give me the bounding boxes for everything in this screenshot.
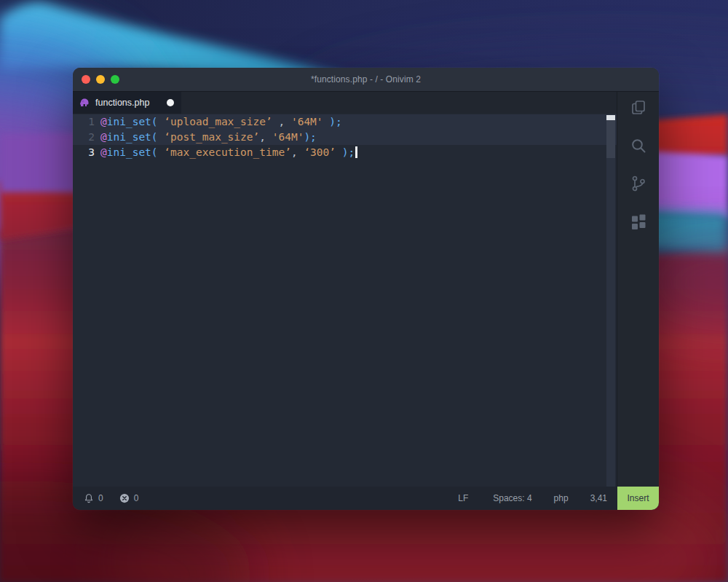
code-token	[323, 116, 330, 127]
code-token: '64M'	[272, 131, 304, 143]
notifications-status[interactable]: 0	[84, 493, 103, 503]
line-number: 2	[73, 130, 100, 145]
code-token: @	[100, 116, 107, 127]
scrollbar-thumb[interactable]	[606, 115, 615, 120]
code-token: ini_set(	[107, 131, 158, 143]
cursor-position-indicator[interactable]: 3,41	[590, 493, 607, 503]
tab-bar: functions.php	[73, 92, 617, 114]
code-token	[336, 146, 342, 158]
code-line[interactable]: 3@ini_set( ‘max_execution_time’, ‘300’ )…	[73, 145, 617, 160]
desktop: *functions.php - / - Onivim 2 functions.…	[0, 0, 728, 582]
php-elephant-icon	[79, 98, 90, 107]
code-token: ini_set(	[107, 146, 158, 158]
code-token	[158, 146, 165, 158]
files-icon	[630, 99, 647, 117]
code-line[interactable]: 1@ini_set( ‘upload_max_size’ , '64M' );	[73, 114, 617, 130]
code-token	[158, 116, 165, 127]
tab-label: functions.php	[95, 98, 149, 108]
minimize-button[interactable]	[96, 75, 105, 84]
code-token: ,	[259, 131, 266, 143]
traffic-lights	[82, 68, 119, 91]
code-token: ‘300’	[304, 146, 336, 158]
activity-item-source-control[interactable]	[630, 175, 647, 192]
activity-item-search[interactable]	[630, 137, 647, 154]
indentation-indicator[interactable]: Spaces: 4	[493, 493, 531, 503]
line-number: 1	[73, 114, 100, 130]
code-text: @ini_set( ‘post_max_size’, '64M');	[100, 130, 317, 145]
code-text: @ini_set( ‘max_execution_time’, ‘300’ );	[100, 145, 357, 160]
scrollbar-overview-region	[606, 120, 615, 158]
code-token: ‘max_execution_time’	[164, 146, 291, 158]
code-token: );	[329, 116, 341, 127]
activity-bar	[617, 92, 659, 487]
code-line[interactable]: 2@ini_set( ‘post_max_size’, '64M');	[73, 130, 617, 145]
code-token	[266, 131, 272, 143]
errors-status[interactable]: 0	[119, 493, 139, 503]
code-token: );	[342, 146, 355, 158]
extensions-icon	[630, 213, 647, 230]
error-count: 0	[134, 493, 139, 503]
source-control-icon	[630, 175, 647, 192]
tab-functions-php[interactable]: functions.php	[73, 92, 181, 114]
code-token	[158, 131, 165, 143]
code-token: ‘upload_max_size’	[164, 116, 272, 127]
editor-window: *functions.php - / - Onivim 2 functions.…	[73, 68, 659, 510]
close-button[interactable]	[82, 75, 90, 84]
search-icon	[630, 137, 647, 154]
activity-item-extensions[interactable]	[630, 213, 647, 230]
language-indicator[interactable]: php	[554, 493, 569, 503]
code-lines: 1@ini_set( ‘upload_max_size’ , '64M' );2…	[73, 114, 617, 487]
vim-mode-indicator: Insert	[617, 487, 659, 510]
error-circle-icon	[119, 493, 130, 503]
code-token: );	[304, 131, 316, 143]
title-bar[interactable]: *functions.php - / - Onivim 2	[73, 68, 659, 92]
code-token: @	[100, 146, 107, 158]
modified-indicator[interactable]	[167, 99, 174, 106]
text-cursor	[355, 146, 357, 158]
code-token: ,	[291, 146, 298, 158]
code-token: '64M'	[291, 116, 323, 127]
scrollbar-track[interactable]	[606, 114, 615, 487]
code-token: ini_set(	[107, 116, 158, 127]
bell-icon	[84, 493, 94, 503]
notification-count: 0	[98, 493, 103, 503]
code-token: ‘post_max_size’	[164, 131, 259, 143]
activity-item-explorer[interactable]	[630, 99, 647, 117]
code-token: ,	[272, 116, 291, 127]
editor[interactable]: 1@ini_set( ‘upload_max_size’ , '64M' );2…	[73, 114, 617, 487]
code-token: @	[100, 131, 107, 143]
zoom-button[interactable]	[111, 75, 119, 84]
line-ending-indicator[interactable]: LF	[458, 493, 468, 503]
status-bar: 0 0 LF Spaces: 4 php 3,41 Insert	[73, 487, 659, 510]
window-title: *functions.php - / - Onivim 2	[311, 74, 421, 84]
code-text: @ini_set( ‘upload_max_size’ , '64M' );	[100, 114, 342, 130]
line-number: 3	[73, 145, 100, 160]
